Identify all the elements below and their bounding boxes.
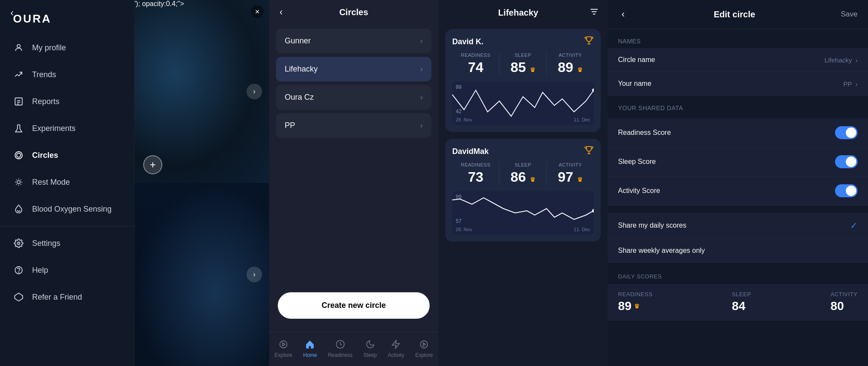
tab-explore-label: Explore: [275, 352, 293, 358]
svg-marker-14: [283, 343, 285, 346]
sleep-toggle-knob: [846, 157, 856, 167]
readiness-label: Readiness: [452, 52, 499, 58]
circles-icon: [13, 150, 24, 161]
sidebar: OURA My profile Trends Reports Experimen…: [0, 0, 135, 366]
circle-name-row[interactable]: Circle name Lifehacky ›: [608, 48, 868, 72]
activity-value-2: 97 ♛: [547, 169, 594, 185]
circle-item-gunner[interactable]: Gunner ›: [276, 29, 431, 53]
daily-sleep-label: Sleep: [732, 291, 751, 297]
sidebar-label-trends: Trends: [32, 70, 56, 79]
bottom-tabs: Explore Home Readiness Sleep Activity: [269, 332, 438, 366]
tab-home[interactable]: Home: [298, 337, 322, 360]
share-daily-scores-row[interactable]: Share my daily scores ✓: [608, 212, 868, 239]
sidebar-item-my-profile[interactable]: My profile: [0, 34, 134, 61]
svg-marker-12: [15, 293, 23, 301]
tab-activity-label: Activity: [388, 352, 404, 358]
circle-name-chevron-icon: ›: [855, 56, 858, 64]
tab-explore[interactable]: Explore: [270, 337, 298, 360]
circle-name-value: Lifehacky ›: [825, 56, 858, 64]
daily-sleep-value: 84: [732, 299, 751, 313]
readiness-score-toggle-row: Readiness Score: [608, 118, 868, 147]
daily-activity-value: 80: [830, 299, 858, 313]
circles-back-button[interactable]: ‹: [276, 5, 286, 20]
score-sleep-davidmak: Sleep 86 ♛: [500, 162, 547, 185]
sidebar-item-circles[interactable]: Circles: [0, 142, 134, 169]
circle-item-lifehacky[interactable]: Lifehacky ›: [276, 57, 431, 82]
activity-score-toggle-row: Activity Score: [608, 176, 868, 206]
circle-name-pp: PP: [285, 121, 295, 130]
sidebar-item-trends[interactable]: Trends: [0, 61, 134, 88]
svg-point-9: [17, 242, 20, 245]
member-header-davidmak: DavidMak: [452, 146, 594, 157]
blood-oxygen-icon: [13, 203, 24, 215]
circle-name-oura-cz: Oura Cz: [285, 93, 314, 102]
member-chart-davidmak: 99 57 28. Nov 11. Dec: [452, 191, 594, 235]
member-card-davidmak: DavidMak Readiness 73 Sleep 86 ♛ Activit…: [445, 139, 601, 242]
sidebar-item-refer[interactable]: Refer a Friend: [0, 284, 134, 310]
filter-icon[interactable]: [589, 7, 599, 19]
circle-item-pp[interactable]: PP ›: [276, 113, 431, 138]
save-button[interactable]: Save: [841, 10, 858, 19]
sidebar-label-settings: Settings: [32, 239, 60, 248]
help-icon: [13, 265, 24, 276]
svg-point-6: [15, 152, 23, 159]
circle-name-lifehacky: Lifehacky: [285, 65, 318, 74]
svg-point-8: [17, 180, 20, 183]
edit-circle-panel: ‹ Edit circle Save Names Circle name Lif…: [608, 0, 868, 366]
svg-marker-16: [423, 343, 426, 346]
circles-panel-header: ‹ Circles: [269, 0, 438, 24]
svg-point-7: [16, 153, 20, 157]
circle-item-oura-cz[interactable]: Oura Cz ›: [276, 85, 431, 110]
tab-readiness[interactable]: Readiness: [323, 337, 358, 360]
sidebar-item-help[interactable]: Help: [0, 257, 134, 284]
lifehacky-header: ‹ Lifehacky: [438, 0, 608, 26]
close-image-button[interactable]: ✕: [251, 5, 264, 18]
your-name-row[interactable]: Your name PP ›: [608, 72, 868, 96]
tab-explore2-label: Explore: [415, 352, 433, 358]
member-scores-david-k: Readiness 74 Sleep 85 ♛ Activity 89 ♛: [452, 52, 594, 75]
explore-tab-icon: [277, 338, 289, 350]
tab-activity[interactable]: Activity: [382, 337, 409, 360]
sidebar-label-my-profile: My profile: [32, 43, 66, 52]
chevron-right-icon-4: ›: [420, 121, 423, 130]
activity-score-toggle[interactable]: [835, 184, 858, 197]
experiments-icon: [13, 123, 24, 134]
activity-crown-2-icon: ♛: [577, 176, 583, 183]
readiness-value: 74: [452, 59, 499, 75]
activity-crown-icon: ♛: [577, 66, 583, 73]
share-weekly-averages-label: Share weekly averages only: [618, 247, 705, 255]
person-icon: [13, 42, 24, 53]
trophy-icon: [584, 36, 594, 47]
tab-home-label: Home: [303, 352, 317, 358]
sidebar-label-reports: Reports: [32, 97, 59, 106]
svg-point-15: [421, 341, 428, 348]
tab-explore2[interactable]: Explore: [410, 337, 438, 360]
share-weekly-averages-row[interactable]: Share weekly averages only: [608, 239, 868, 263]
tab-sleep[interactable]: Sleep: [358, 337, 382, 360]
create-new-circle-button[interactable]: Create new circle: [278, 292, 430, 319]
create-circle-wrap: Create new circle: [269, 284, 438, 332]
sidebar-label-help: Help: [32, 266, 48, 275]
sidebar-item-blood-oxygen[interactable]: Blood Oxygen Sensing: [0, 196, 134, 222]
add-circle-button[interactable]: +: [143, 155, 162, 174]
readiness-score-toggle[interactable]: [835, 126, 858, 139]
your-name-value: PP ›: [843, 80, 858, 88]
sleep-score-toggle[interactable]: [835, 155, 858, 168]
sleep-crown-2-icon: ♛: [530, 176, 536, 183]
sidebar-item-experiments[interactable]: Experiments: [0, 115, 134, 142]
next-image-2-button[interactable]: ›: [247, 267, 262, 282]
sleep-label: Sleep: [500, 52, 546, 58]
circles-panel-title: Circles: [339, 7, 368, 17]
share-daily-checkmark-icon: ✓: [850, 220, 858, 231]
tab-readiness-label: Readiness: [328, 352, 353, 358]
sidebar-item-rest-mode[interactable]: Rest Mode: [0, 169, 134, 196]
your-name-field-label: Your name: [618, 80, 651, 88]
sidebar-item-settings[interactable]: Settings: [0, 230, 134, 257]
sidebar-item-reports[interactable]: Reports: [0, 88, 134, 115]
edit-back-button[interactable]: ‹: [618, 7, 628, 22]
daily-score-sleep-info: Sleep 84: [732, 291, 751, 313]
daily-score-activity-info: Activity 80: [830, 291, 858, 313]
your-name-chevron-icon: ›: [855, 80, 858, 88]
reports-icon: [13, 96, 24, 107]
next-image-button[interactable]: ›: [247, 84, 262, 99]
